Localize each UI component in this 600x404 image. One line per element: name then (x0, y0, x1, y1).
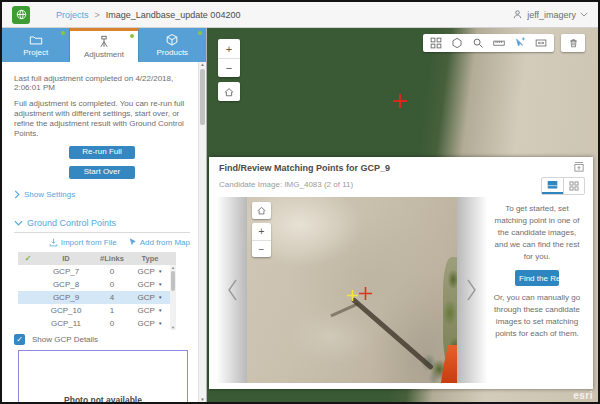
breadcrumb-projects-link[interactable]: Projects (56, 10, 89, 20)
manual-text: Or, you can manually go through these ca… (493, 292, 581, 340)
header-id: ID (38, 254, 94, 263)
home-icon (223, 86, 235, 98)
zoom-in-button[interactable]: + (252, 223, 271, 240)
status-dot (198, 31, 202, 35)
add-gcp-from-map-tool[interactable] (514, 37, 526, 49)
image-grid-tool[interactable] (430, 37, 442, 49)
gcp-links-count: 0 (94, 267, 130, 276)
tab-products[interactable]: Products (139, 28, 206, 62)
esri-logo-icon (12, 6, 30, 24)
add-label: Add from Map (140, 238, 190, 247)
gcp-marker-crosshair (393, 94, 407, 108)
scroll-down-icon[interactable]: ▼ (171, 325, 175, 330)
header-links: #Links (94, 254, 130, 263)
scroll-down-icon[interactable]: ▼ (200, 397, 204, 402)
table-row[interactable]: GCP_11 0 GCP▼ (18, 317, 176, 330)
type-dropdown-icon[interactable]: ▼ (158, 321, 162, 326)
table-row[interactable]: GCP_8 0 GCP▼ (18, 278, 176, 291)
add-from-map-link[interactable]: Add from Map (128, 238, 190, 247)
matching-points-panel: Find/Review Matching Points for GCP_9 Ca… (209, 157, 593, 389)
table-row[interactable]: GCP_10 1 GCP▼ (18, 304, 176, 317)
basemap-tool[interactable] (451, 37, 463, 49)
adjustment-panel: Last full adjustment completed on 4/22/2… (2, 62, 206, 402)
top-bar: Projects > Image_Landbase_update 004200 … (2, 2, 598, 28)
map-canvas[interactable]: + − (207, 28, 598, 402)
import-from-file-link[interactable]: Import from File (49, 238, 117, 247)
view-toggle-group (541, 177, 585, 195)
collapse-panel-button[interactable] (573, 161, 585, 173)
home-extent-button[interactable] (218, 82, 240, 101)
scroll-up-icon[interactable]: ▲ (171, 265, 175, 270)
gcp-links-count: 0 (94, 280, 130, 289)
previous-image-button[interactable] (225, 277, 239, 303)
zoom-in-button[interactable]: + (218, 39, 240, 58)
gcp-type: GCP (138, 293, 155, 302)
candidate-image[interactable]: + − (247, 197, 457, 383)
matching-point-marker-red (359, 287, 372, 300)
gcp-table-header: ✓ ID #Links Type (18, 252, 176, 265)
gcp-type: GCP (138, 280, 155, 289)
trash-icon (568, 37, 579, 49)
image-zoom-control: + − (252, 223, 271, 257)
instructions-column: To get started, set matching point in on… (487, 197, 587, 383)
chevron-right-icon (14, 190, 20, 199)
type-dropdown-icon[interactable]: ▼ (158, 282, 162, 287)
tab-label: Project (23, 48, 48, 57)
type-dropdown-icon[interactable]: ▼ (158, 269, 162, 274)
next-image-button[interactable] (465, 277, 479, 303)
type-dropdown-icon[interactable]: ▼ (158, 308, 162, 313)
gcp-type: GCP (138, 267, 155, 276)
image-home-button[interactable] (252, 202, 271, 219)
grid-view-toggle[interactable] (563, 178, 584, 194)
single-view-toggle[interactable] (542, 178, 563, 194)
chevron-right-icon (465, 277, 479, 303)
pole-shadow (351, 297, 434, 370)
show-settings-toggle[interactable]: Show Settings (14, 190, 190, 199)
user-name: jeff_imagery (527, 10, 576, 20)
user-menu[interactable]: jeff_imagery (512, 9, 588, 20)
tab-adjustment[interactable]: Adjustment (70, 28, 138, 62)
search-tool[interactable] (472, 37, 484, 49)
delete-tool[interactable] (561, 34, 585, 52)
theodolite-icon (97, 35, 111, 49)
gcp-section-title: Ground Control Points (27, 218, 116, 228)
esri-attribution: esri (573, 390, 593, 401)
panel-scrollbar[interactable]: ▲ ▼ (198, 62, 206, 402)
chevron-left-icon (225, 277, 239, 303)
show-gcp-details-checkbox[interactable]: ✓ (14, 334, 25, 345)
scroll-up-icon[interactable]: ▲ (200, 62, 204, 67)
pole-shadow (330, 302, 359, 317)
folder-icon (29, 33, 43, 47)
cube-icon (165, 33, 179, 47)
start-over-button[interactable]: Start Over (69, 166, 135, 179)
import-icon (49, 238, 58, 247)
gcp-section-toggle[interactable]: Ground Control Points (14, 218, 190, 228)
import-label: Import from File (61, 238, 117, 247)
intro-text: To get started, set matching point in on… (493, 203, 581, 263)
scrollbar-thumb[interactable] (200, 69, 205, 125)
find-the-rest-button[interactable]: Find the Rest (515, 270, 559, 286)
gcp-id: GCP_7 (38, 267, 94, 276)
zoom-out-button[interactable]: − (218, 58, 240, 77)
measure-tool[interactable] (493, 37, 505, 49)
header-type: Type (130, 254, 170, 263)
zoom-out-button[interactable]: − (252, 240, 271, 257)
show-settings-label: Show Settings (24, 190, 75, 199)
table-row[interactable]: GCP_7 0 GCP▼ (18, 265, 176, 278)
gcp-id: GCP_10 (38, 306, 94, 315)
status-dot (130, 34, 134, 38)
rerun-full-button[interactable]: Re-run Full (69, 146, 135, 159)
map-toolbar (423, 34, 554, 52)
breadcrumb: Projects > Image_Landbase_update 004200 (56, 10, 240, 20)
scrollbar-thumb[interactable] (171, 271, 175, 291)
tab-project[interactable]: Project (2, 28, 70, 62)
table-scrollbar[interactable]: ▲ ▼ (170, 265, 176, 330)
candidate-image-viewer: + − To get started, set matching point i… (217, 197, 587, 383)
divider (14, 232, 190, 233)
extent-tool[interactable] (535, 37, 547, 49)
table-row-selected[interactable]: GCP_9 4 GCP▼ (18, 291, 176, 304)
type-dropdown-icon[interactable]: ▼ (158, 295, 162, 300)
gcp-type: GCP (138, 319, 155, 328)
check-icon: ✓ (18, 254, 38, 263)
card-view-icon (547, 180, 558, 190)
